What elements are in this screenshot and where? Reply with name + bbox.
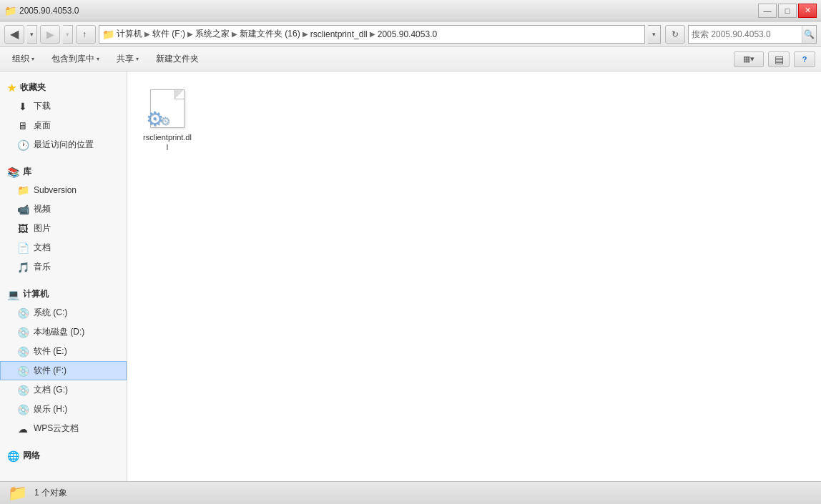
- refresh-button[interactable]: ↻: [665, 25, 685, 44]
- organize-button[interactable]: 组织 ▾: [6, 50, 41, 69]
- favorites-star-icon: ★: [7, 82, 16, 94]
- address-bar: ◀ ▾ ▶ ▾ ↑ 📁 计算机 ▶ 软件 (F:) ▶ 系统之家 ▶ 新建文件夹…: [0, 21, 821, 47]
- share-button[interactable]: 共享 ▾: [110, 50, 145, 69]
- sidebar: ★ 收藏夹 ⬇ 下载 🖥 桌面 🕐 最近访问的位置 📚 库 📁 Subversi…: [0, 71, 127, 481]
- downloads-icon: ⬇: [16, 101, 29, 112]
- sidebar-item-documents[interactable]: 📄 文档: [0, 238, 127, 257]
- new-folder-label: 新建文件夹: [156, 53, 199, 65]
- path-arrow-2: ▶: [187, 30, 193, 38]
- share-arrow: ▾: [136, 56, 139, 62]
- wps-cloud-icon: ☁: [16, 423, 29, 435]
- favorites-header: ★ 收藏夹: [0, 77, 127, 97]
- search-box: 🔍: [688, 25, 817, 44]
- network-icon: 🌐: [7, 450, 19, 462]
- file-grid: ⚙ ⚙ rsclientprint.dll: [139, 83, 810, 159]
- sidebar-item-pictures[interactable]: 🖼 图片: [0, 219, 127, 238]
- sidebar-item-music[interactable]: 🎵 音乐: [0, 257, 127, 277]
- svg-text:↑: ↑: [82, 29, 87, 39]
- network-label: 网络: [23, 450, 40, 462]
- title-bar-controls: — □ ✕: [758, 4, 817, 18]
- sidebar-item-wps-cloud[interactable]: ☁ WPS云文档: [0, 419, 127, 438]
- path-part-1: 计算机: [117, 28, 142, 40]
- network-header: 🌐 网络: [0, 445, 127, 465]
- d-drive-label: 本地磁盘 (D:): [34, 326, 84, 338]
- sidebar-item-h-drive[interactable]: 💿 娱乐 (H:): [0, 400, 127, 419]
- computer-label: 计算机: [23, 288, 49, 300]
- g-drive-icon: 💿: [16, 385, 29, 396]
- documents-icon: 📄: [16, 242, 29, 254]
- recent-icon: 🕐: [16, 139, 29, 151]
- path-part-5: rsclientprint_dll: [310, 29, 368, 39]
- desktop-icon: 🖥: [16, 120, 29, 132]
- computer-icon: 💻: [7, 289, 19, 300]
- status-count: 1 个对象: [34, 487, 67, 499]
- favorites-label: 收藏夹: [20, 81, 46, 94]
- address-path[interactable]: 📁 计算机 ▶ 软件 (F:) ▶ 系统之家 ▶ 新建文件夹 (16) ▶ rs…: [99, 25, 645, 44]
- subversion-label: Subversion: [34, 185, 77, 195]
- g-drive-label: 文档 (G:): [34, 384, 68, 396]
- new-folder-button[interactable]: 新建文件夹: [149, 50, 205, 69]
- forward-dropdown[interactable]: ▾: [63, 25, 73, 44]
- path-arrow-1: ▶: [144, 30, 150, 38]
- path-arrow-5: ▶: [370, 30, 375, 38]
- documents-label: 文档: [34, 242, 51, 254]
- up-button[interactable]: ↑: [76, 25, 96, 44]
- sidebar-item-downloads[interactable]: ⬇ 下载: [0, 97, 127, 116]
- search-button[interactable]: 🔍: [802, 26, 816, 43]
- maximize-button[interactable]: □: [778, 4, 797, 18]
- downloads-label: 下载: [34, 100, 51, 112]
- libraries-header: 📚 库: [0, 162, 127, 181]
- sidebar-item-e-drive[interactable]: 💿 软件 (E:): [0, 342, 127, 361]
- main-layout: ★ 收藏夹 ⬇ 下载 🖥 桌面 🕐 最近访问的位置 📚 库 📁 Subversi…: [0, 71, 821, 481]
- recent-label: 最近访问的位置: [34, 139, 94, 151]
- toolbar: 组织 ▾ 包含到库中 ▾ 共享 ▾ 新建文件夹 ▦▾ ▤ ?: [0, 47, 821, 71]
- sidebar-item-g-drive[interactable]: 💿 文档 (G:): [0, 380, 127, 400]
- pictures-icon: 🖼: [16, 223, 29, 234]
- path-arrow-3: ▶: [232, 30, 237, 38]
- f-drive-icon: 💿: [16, 365, 29, 377]
- h-drive-label: 娱乐 (H:): [34, 403, 67, 415]
- sidebar-item-subversion[interactable]: 📁 Subversion: [0, 181, 127, 199]
- include-library-button[interactable]: 包含到库中 ▾: [45, 50, 106, 69]
- sidebar-item-d-drive[interactable]: 💿 本地磁盘 (D:): [0, 322, 127, 342]
- views-button[interactable]: ▦▾: [734, 51, 764, 67]
- sidebar-item-video[interactable]: 📹 视频: [0, 199, 127, 219]
- window-title: 2005.90.4053.0: [19, 6, 79, 16]
- sidebar-item-desktop[interactable]: 🖥 桌面: [0, 116, 127, 135]
- libraries-icon: 📚: [7, 167, 19, 178]
- close-button[interactable]: ✕: [798, 4, 817, 18]
- file-name-label: rsclientprint.dll: [142, 132, 192, 153]
- forward-button[interactable]: ▶: [40, 25, 60, 44]
- title-bar: 📁 2005.90.4053.0 — □ ✕: [0, 0, 821, 21]
- search-input[interactable]: [689, 29, 802, 39]
- c-drive-icon: 💿: [16, 307, 29, 319]
- back-button[interactable]: ◀: [4, 25, 24, 44]
- file-item-dll[interactable]: ⚙ ⚙ rsclientprint.dll: [139, 83, 196, 159]
- computer-header: 💻 计算机: [0, 284, 127, 303]
- share-label: 共享: [117, 53, 134, 65]
- h-drive-icon: 💿: [16, 404, 29, 415]
- pictures-label: 图片: [34, 222, 51, 234]
- libraries-label: 库: [23, 166, 31, 178]
- views-icon: ▦▾: [743, 54, 754, 64]
- sidebar-item-recent[interactable]: 🕐 最近访问的位置: [0, 135, 127, 154]
- e-drive-label: 软件 (E:): [34, 345, 67, 357]
- content-area: ⚙ ⚙ rsclientprint.dll: [127, 71, 821, 481]
- path-part-6: 2005.90.4053.0: [378, 29, 437, 39]
- window-icon: 📁: [4, 5, 16, 16]
- status-bar: 📁 1 个对象: [0, 481, 821, 504]
- sidebar-item-c-drive[interactable]: 💿 系统 (C:): [0, 303, 127, 322]
- organize-arrow: ▾: [31, 56, 34, 62]
- path-arrow-4: ▶: [303, 30, 308, 38]
- back-dropdown[interactable]: ▾: [27, 25, 37, 44]
- help-button[interactable]: ?: [794, 51, 815, 67]
- sidebar-item-f-drive[interactable]: 💿 软件 (F:): [0, 361, 127, 380]
- path-part-4: 新建文件夹 (16): [240, 28, 300, 40]
- minimize-button[interactable]: —: [758, 4, 777, 18]
- title-bar-left: 📁 2005.90.4053.0: [4, 5, 79, 16]
- address-dropdown[interactable]: ▾: [648, 25, 661, 44]
- details-pane-button[interactable]: ▤: [768, 51, 790, 67]
- d-drive-icon: 💿: [16, 327, 29, 338]
- wps-cloud-label: WPS云文档: [34, 423, 79, 435]
- desktop-label: 桌面: [34, 119, 51, 132]
